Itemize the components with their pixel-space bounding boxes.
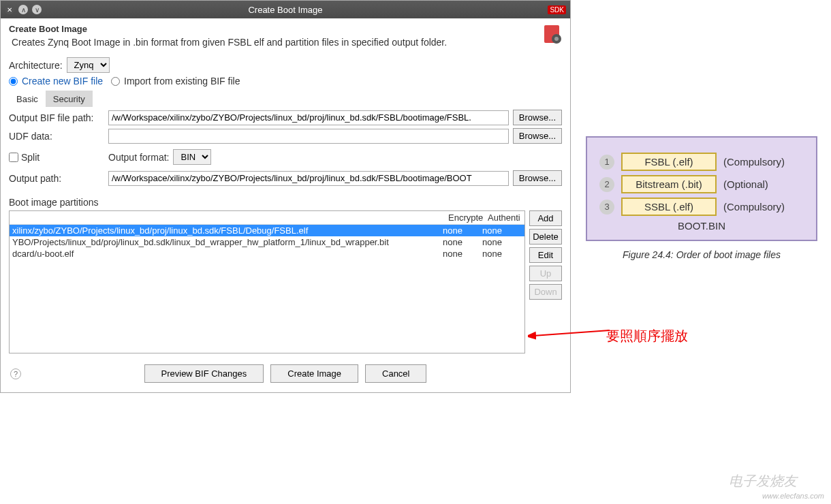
edit-button[interactable]: Edit (529, 247, 562, 263)
dialog-create-boot-image: ✕ ∧ ∨ Create Boot Image SDK Create Boot … (0, 0, 571, 393)
step-number: 3 (599, 200, 614, 215)
radio-import-bif[interactable] (111, 77, 120, 86)
tab-basic[interactable]: Basic (9, 91, 46, 107)
table-row[interactable]: xilinx/zybo/ZYBO/Projects/linux_bd/proj/… (10, 225, 524, 236)
col-encrypted: Encrypte (445, 211, 485, 224)
header-description: Creates Zynq Boot Image in .bin format f… (12, 37, 562, 48)
split-checkbox[interactable] (9, 153, 18, 162)
chevron-down-icon[interactable]: ∨ (32, 5, 42, 14)
partitions-header: Encrypte Authenti (10, 211, 524, 225)
bif-path-label: Output BIF file path: (9, 112, 104, 123)
preview-bif-button[interactable]: Preview BIF Changes (144, 364, 264, 383)
partitions-label: Boot image partitions (9, 197, 562, 208)
output-format-select[interactable]: BIN (173, 149, 211, 165)
annotation-text: 要照順序擺放 (606, 327, 688, 345)
down-button[interactable]: Down (529, 284, 562, 300)
watermark-logo: 电子发烧友 (729, 472, 797, 490)
requirement-label: (Compulsory) (723, 201, 785, 212)
file-box: SSBL (.elf) (621, 198, 717, 216)
wizard-icon (540, 22, 563, 46)
requirement-label: (Compulsory) (723, 156, 785, 168)
horizontal-scrollbar[interactable] (11, 345, 523, 351)
requirement-label: (Optional) (723, 178, 768, 190)
window-title: Create Boot Image (248, 5, 322, 15)
architecture-label: Architecture: (9, 60, 63, 71)
table-row[interactable]: dcard/u-boot.elf none none (10, 248, 524, 259)
tab-security[interactable]: Security (46, 91, 93, 107)
titlebar: ✕ ∧ ∨ Create Boot Image SDK (1, 1, 570, 18)
udf-input[interactable] (108, 129, 509, 144)
close-icon[interactable]: ✕ (5, 5, 14, 14)
split-label: Split (21, 152, 40, 163)
help-icon[interactable]: ? (10, 368, 21, 379)
header-title: Create Boot Image (9, 24, 562, 34)
create-image-button[interactable]: Create Image (270, 364, 358, 383)
step-number: 1 (599, 155, 614, 170)
architecture-select[interactable]: Zynq (67, 57, 110, 73)
output-path-browse-button[interactable]: Browse... (513, 170, 562, 186)
partitions-table[interactable]: Encrypte Authenti xilinx/zybo/ZYBO/Proje… (9, 210, 525, 353)
watermark-url: www.elecfans.com (762, 492, 824, 500)
output-path-input[interactable] (108, 171, 509, 186)
cancel-button[interactable]: Cancel (365, 364, 426, 383)
add-button[interactable]: Add (529, 210, 562, 226)
udf-browse-button[interactable]: Browse... (513, 128, 562, 144)
bif-path-browse-button[interactable]: Browse... (513, 110, 562, 125)
radio-create-bif[interactable] (9, 77, 18, 86)
figure-caption: Figure 24.4: Order of boot image files (586, 249, 817, 260)
output-format-label: Output format: (108, 152, 169, 163)
col-auth: Authenti (485, 211, 524, 224)
up-button[interactable]: Up (529, 266, 562, 281)
header-section: Create Boot Image Creates Zynq Boot Imag… (1, 18, 570, 50)
radio-import-bif-label: Import from existing BIF file (124, 76, 240, 86)
delete-button[interactable]: Delete (529, 229, 562, 245)
svg-point-2 (554, 37, 559, 41)
bif-path-input[interactable] (108, 110, 509, 125)
radio-create-bif-label: Create new BIF file (22, 76, 103, 86)
table-row[interactable]: YBO/Projects/linux_bd/proj/linux_bd.sdk/… (10, 236, 524, 248)
bootbin-label: BOOT.BIN (599, 220, 804, 232)
tabs: Basic Security (9, 91, 562, 107)
output-path-label: Output path: (9, 173, 104, 184)
file-box: FSBL (.elf) (621, 153, 717, 171)
chevron-up-icon[interactable]: ∧ (18, 5, 28, 14)
udf-label: UDF data: (9, 131, 104, 142)
sdk-badge: SDK (548, 5, 566, 14)
file-box: Bitstream (.bit) (621, 175, 717, 193)
figure-panel: 1 FSBL (.elf) (Compulsory) 2 Bitstream (… (586, 136, 817, 260)
step-number: 2 (599, 177, 614, 192)
